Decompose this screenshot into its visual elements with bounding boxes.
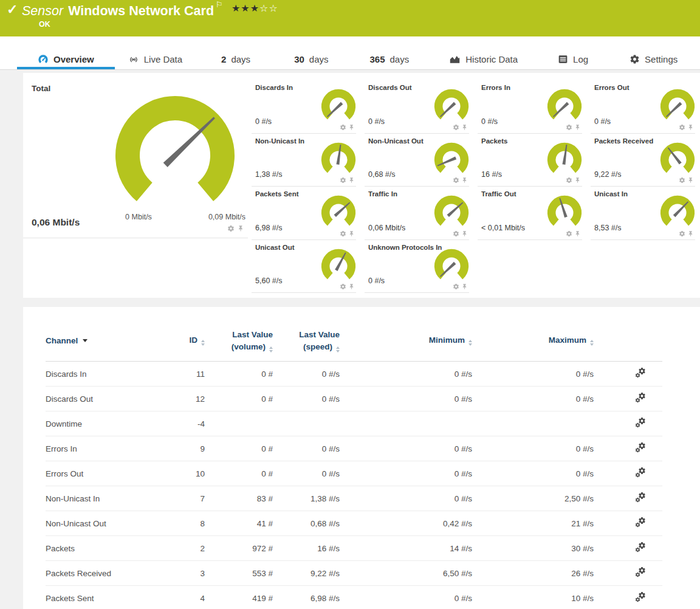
channel-gauge-cell[interactable]: Non-Unicast Out 0,68 #/s: [362, 134, 475, 187]
channel-gauge-cell[interactable]: Errors In 0 #/s: [475, 80, 588, 134]
priority-stars[interactable]: ★★★☆☆: [232, 2, 278, 14]
gear-icon[interactable]: [453, 177, 459, 184]
cell-channel[interactable]: Discards In: [46, 362, 168, 387]
gear-icon[interactable]: [453, 230, 459, 237]
pin-icon[interactable]: [687, 230, 694, 237]
table-row[interactable]: Packets 2 972 # 16 #/s 14 #/s 30 #/s: [46, 536, 662, 561]
cell-channel[interactable]: Errors Out: [46, 461, 168, 486]
double-gear-icon[interactable]: [634, 367, 647, 379]
gear-icon[interactable]: [679, 124, 685, 131]
stars-filled[interactable]: ★★★: [232, 3, 259, 13]
tab-historic-data[interactable]: Historic Data: [444, 49, 523, 69]
table-row[interactable]: Non-Unicast In 7 83 # 1,38 #/s 0 #/s 2,5…: [46, 486, 662, 511]
channel-gauge-cell[interactable]: Traffic In 0,06 Mbit/s: [362, 187, 475, 240]
gear-icon[interactable]: [227, 225, 235, 232]
table-row[interactable]: Discards In 11 0 # 0 #/s 0 #/s 0 #/s: [46, 362, 662, 387]
pin-icon[interactable]: [461, 177, 468, 184]
channel-gauge-cell[interactable]: Discards Out 0 #/s: [362, 80, 475, 134]
column-header-id[interactable]: ID: [168, 325, 205, 362]
cell-channel[interactable]: Downtime: [46, 411, 168, 436]
column-header-minimum[interactable]: Minimum: [340, 325, 472, 362]
table-row[interactable]: Packets Sent 4 419 # 6,98 #/s 0 #/s 10 #…: [46, 586, 662, 609]
double-gear-icon[interactable]: [634, 566, 647, 579]
column-header-last-value-volume[interactable]: Last Value(volume): [205, 325, 273, 362]
double-gear-icon[interactable]: [634, 591, 647, 604]
double-gear-icon[interactable]: [634, 517, 647, 529]
pin-icon[interactable]: [237, 225, 244, 232]
tab-30-days[interactable]: 30days: [289, 49, 333, 69]
cell-channel[interactable]: Discards Out: [46, 387, 168, 411]
pin-icon[interactable]: [687, 124, 694, 131]
table-row[interactable]: Downtime -4: [46, 411, 662, 436]
tab-settings[interactable]: Settings: [625, 49, 682, 69]
table-row[interactable]: Errors In 9 0 # 0 #/s 0 #/s 0 #/s: [46, 436, 662, 461]
pin-icon[interactable]: [574, 124, 581, 131]
cell-minimum: 0 #/s: [340, 436, 472, 461]
channel-gauge-cell[interactable]: Packets Received 9,22 #/s: [588, 134, 700, 187]
log-icon: [558, 55, 568, 64]
column-header-last-value-speed[interactable]: Last Value(speed): [273, 325, 340, 362]
gear-icon[interactable]: [453, 283, 459, 290]
table-row[interactable]: Non-Unicast Out 8 41 # 0,68 #/s 0,42 #/s…: [46, 511, 662, 536]
double-gear-icon[interactable]: [634, 542, 647, 554]
channel-gauge-cell[interactable]: Unicast In 8,53 #/s: [588, 187, 700, 240]
cell-minimum: 14 #/s: [340, 536, 472, 561]
channel-gauge-cell[interactable]: Unicast Out 5,60 #/s: [249, 240, 362, 294]
stars-empty[interactable]: ☆☆: [259, 3, 278, 13]
gear-icon[interactable]: [566, 230, 572, 237]
double-gear-icon[interactable]: [634, 492, 647, 504]
channel-gauge-cell[interactable]: Discards In 0 #/s: [249, 80, 362, 134]
cell-channel[interactable]: Packets Received: [46, 561, 168, 586]
cell-channel[interactable]: Non-Unicast Out: [46, 511, 168, 536]
channel-gauge-cell[interactable]: Unknown Protocols In 0 #/s: [362, 240, 475, 294]
gear-icon[interactable]: [679, 177, 685, 184]
cell-channel[interactable]: Non-Unicast In: [46, 486, 168, 511]
tab-2-days[interactable]: 2days: [216, 49, 255, 69]
tab-live-data[interactable]: Live Data: [123, 49, 187, 69]
pin-icon[interactable]: [461, 124, 468, 131]
gear-icon[interactable]: [340, 283, 346, 290]
pin-icon[interactable]: [348, 177, 355, 184]
gear-icon[interactable]: [340, 177, 346, 184]
pin-icon[interactable]: [461, 230, 468, 237]
double-gear-icon[interactable]: [634, 392, 647, 404]
pin-icon[interactable]: [348, 230, 355, 237]
gear-icon[interactable]: [566, 124, 572, 131]
gear-icon[interactable]: [566, 177, 572, 184]
channel-gauge-cell[interactable]: Packets 16 #/s: [475, 134, 588, 187]
double-gear-icon[interactable]: [634, 442, 647, 454]
cell-channel[interactable]: Errors In: [46, 436, 168, 461]
cell-channel[interactable]: Packets: [46, 536, 168, 561]
gear-icon[interactable]: [340, 124, 346, 131]
pin-icon[interactable]: [348, 283, 355, 290]
column-header-maximum[interactable]: Maximum: [472, 325, 594, 362]
channel-gauge-cell[interactable]: Packets Sent 6,98 #/s: [249, 187, 362, 240]
gauge-dial: [431, 139, 472, 179]
pin-icon[interactable]: [348, 124, 355, 131]
pin-icon[interactable]: [461, 283, 468, 290]
pin-icon[interactable]: [574, 177, 581, 184]
flag-icon[interactable]: ⚐: [216, 0, 223, 9]
cell-actions: [594, 536, 662, 561]
tab-log[interactable]: Log: [553, 49, 593, 69]
pin-icon[interactable]: [574, 230, 581, 237]
double-gear-icon[interactable]: [634, 417, 647, 429]
channel-gauge-cell[interactable]: Errors Out 0 #/s: [588, 80, 700, 134]
tab-label: Settings: [645, 54, 678, 64]
column-header-channel[interactable]: Channel: [46, 325, 168, 362]
tab-365-days[interactable]: 365days: [365, 49, 414, 69]
gear-icon[interactable]: [453, 124, 459, 131]
total-gauge[interactable]: Total 0 Mbit/s 0,09 Mbit/s 0,06 Mbit/s: [23, 73, 249, 238]
cell-channel[interactable]: Packets Sent: [46, 586, 168, 609]
table-row[interactable]: Packets Received 3 553 # 9,22 #/s 6,50 #…: [46, 561, 662, 586]
table-row[interactable]: Errors Out 10 0 # 0 #/s 0 #/s 0 #/s: [46, 461, 662, 486]
table-row[interactable]: Discards Out 12 0 # 0 #/s 0 #/s 0 #/s: [46, 387, 662, 411]
pin-icon[interactable]: [687, 177, 694, 184]
gear-icon[interactable]: [340, 230, 346, 237]
cell-actions: [594, 461, 662, 486]
tab-overview[interactable]: Overview: [17, 49, 115, 69]
channel-gauge-cell[interactable]: Non-Unicast In 1,38 #/s: [249, 134, 362, 187]
gear-icon[interactable]: [679, 230, 685, 237]
channel-gauge-cell[interactable]: Traffic Out < 0,01 Mbit/s: [475, 187, 588, 240]
double-gear-icon[interactable]: [634, 467, 647, 479]
